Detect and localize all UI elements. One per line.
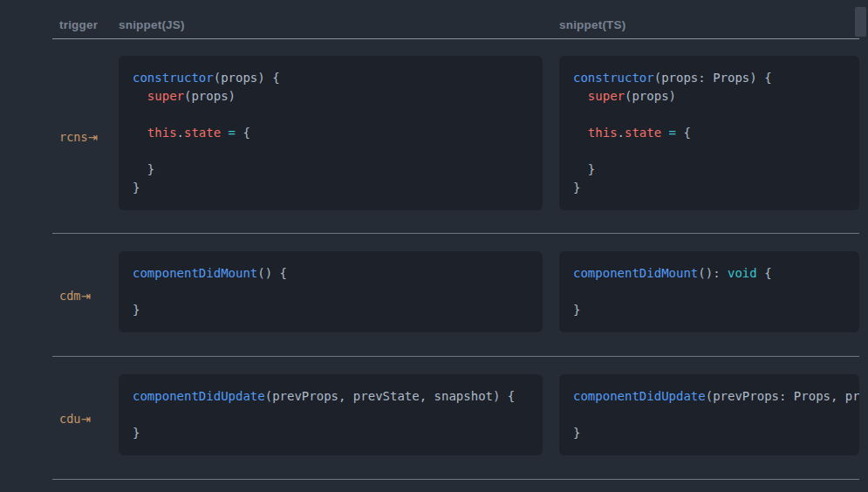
tab-icon: ⇥ [80, 412, 90, 426]
snippet-ts-cdm-cell: componentDidMount(): void { } [559, 251, 859, 338]
table-header-row: trigger snippet(JS) snippet(TS) [52, 0, 859, 39]
snippet-js-rcns-cell: constructor(props) { super(props) this.s… [119, 56, 559, 216]
trigger-label: cdm [59, 289, 80, 303]
snippet-table: trigger snippet(JS) snippet(TS) rcns⇥con… [52, 0, 859, 480]
snippet-row-cdm: cdm⇥componentDidMount() { }componentDidM… [52, 234, 859, 357]
column-header-trigger: trigger [52, 18, 119, 31]
snippet-ts-cdu-cell: componentDidUpdate(prevProps: Props, pre… [559, 374, 859, 461]
snippet-js-rcns-code-block: constructor(props) { super(props) this.s… [119, 56, 543, 210]
trigger-cell-rcns: rcns⇥ [52, 128, 119, 145]
tab-icon: ⇥ [80, 289, 90, 303]
vertical-scrollbar-thumb[interactable] [855, 7, 866, 37]
snippet-ts-cdm-code-block: componentDidMount(): void { } [559, 251, 859, 332]
snippet-ts-rcns-code-block: constructor(props: Props) { super(props)… [559, 56, 859, 210]
snippet-docs-page: trigger snippet(JS) snippet(TS) rcns⇥con… [0, 0, 868, 492]
column-header-snippet-js: snippet(JS) [119, 18, 559, 31]
snippet-js-cdm-cell: componentDidMount() { } [119, 251, 559, 338]
snippet-table-body: rcns⇥constructor(props) { super(props) t… [52, 39, 859, 480]
trigger-cell-cdm: cdm⇥ [52, 287, 119, 304]
snippet-js-cdu-code-block: componentDidUpdate(prevProps, prevState,… [119, 374, 543, 455]
tab-icon: ⇥ [88, 130, 98, 144]
snippet-js-cdu-cell: componentDidUpdate(prevProps, prevState,… [119, 374, 559, 461]
trigger-label: cdu [59, 412, 80, 426]
trigger-label: rcns [59, 130, 88, 144]
snippet-row-cdu: cdu⇥componentDidUpdate(prevProps, prevSt… [52, 357, 859, 480]
snippet-ts-cdu-code-block: componentDidUpdate(prevProps: Props, pre… [559, 374, 859, 455]
snippet-row-rcns: rcns⇥constructor(props) { super(props) t… [52, 39, 859, 234]
snippet-js-cdm-code-block: componentDidMount() { } [119, 251, 543, 332]
snippet-ts-rcns-cell: constructor(props: Props) { super(props)… [559, 56, 859, 216]
column-header-snippet-ts: snippet(TS) [559, 18, 859, 31]
trigger-cell-cdu: cdu⇥ [52, 410, 119, 427]
